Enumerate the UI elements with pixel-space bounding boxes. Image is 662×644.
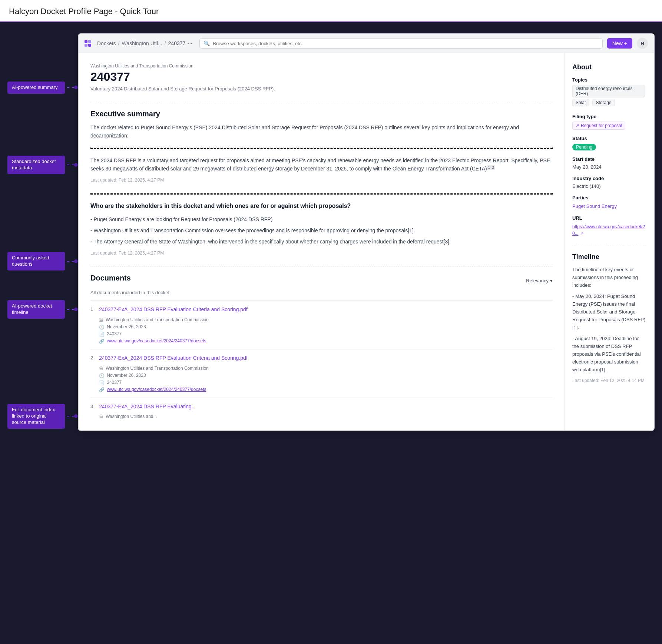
annotation-line bbox=[67, 309, 74, 310]
faq-answer-3: - The Attorney General of the State of W… bbox=[90, 238, 553, 246]
industry-code-value: Electric (140) bbox=[572, 183, 646, 189]
status-badge: Pending bbox=[572, 144, 596, 150]
annotation-dot bbox=[74, 86, 78, 89]
doc-org: 🏛 Washington Utilities and Transportatio… bbox=[99, 366, 553, 371]
url-label: URL bbox=[572, 215, 646, 221]
timeline-title: Timeline bbox=[572, 253, 646, 261]
doc-meta: 🏛 Washington Utilities and Transportatio… bbox=[99, 366, 553, 392]
doc-docket-ref: 📄 240377 bbox=[99, 380, 553, 385]
timeline-event-2: - August 19, 2024: Deadline for the subm… bbox=[572, 335, 646, 374]
user-avatar[interactable]: H bbox=[637, 38, 648, 49]
industry-code-label: Industry code bbox=[572, 176, 646, 181]
documents-subtitle: All documents included in this docket bbox=[90, 290, 553, 295]
filing-icon: ↗ bbox=[576, 123, 579, 128]
faq-answer-1: - Puget Sound Energy's are looking for R… bbox=[90, 215, 553, 224]
timeline-last-updated: Last updated: Feb 12, 2025 4:14 PM bbox=[572, 378, 646, 383]
docket-number: 240377 bbox=[90, 70, 553, 84]
footnote-1-2: 1 bbox=[487, 165, 491, 170]
parties-link[interactable]: Puget Sound Energy bbox=[572, 203, 617, 209]
doc-meta: 🏛 Washington Utilities and... bbox=[99, 414, 553, 419]
doc-title-link[interactable]: 240377-ExA_2024 DSS RFP Evaluation Crite… bbox=[99, 306, 553, 313]
doc-info: 240377-ExA_2024 DSS RFP Evaluation Crite… bbox=[99, 355, 553, 392]
faq-question: Who are the stakeholders in this docket … bbox=[90, 202, 553, 210]
executive-summary-body: The 2024 DSS RFP is a voluntary and targ… bbox=[90, 156, 553, 183]
docket-icon: 📄 bbox=[99, 380, 105, 385]
annotation-timeline: AI-powered docket timeline bbox=[7, 300, 65, 319]
executive-summary-title: Executive summary bbox=[90, 110, 553, 118]
doc-url-item: 🔗 www.utc.wa.gov/casedocket/2024/240377/… bbox=[99, 387, 553, 392]
external-link-icon: ↗ bbox=[580, 231, 583, 236]
doc-meta: 🏛 Washington Utilities and Transportatio… bbox=[99, 317, 553, 344]
page-title-bar: Halcyon Docket Profile Page - Quick Tour bbox=[0, 0, 662, 22]
topics-label: Topics bbox=[572, 77, 646, 83]
docket-header: Washington Utilities and Transportation … bbox=[90, 63, 553, 92]
parties-label: Parties bbox=[572, 195, 646, 200]
doc-info: 240377-ExA_2024 DSS RFP Evaluating... 🏛 … bbox=[99, 403, 553, 415]
timeline-event-1: - May 20, 2024: Puget Sound Energy (PSE)… bbox=[572, 293, 646, 331]
summary-last-updated: Last updated: Feb 12, 2025, 4:27 PM bbox=[90, 177, 553, 183]
url-section: URL https://www.utc.wa.gov/casedocket/20… bbox=[572, 215, 646, 236]
industry-code-section: Industry code Electric (140) bbox=[572, 176, 646, 189]
executive-summary-section: Executive summary The docket related to … bbox=[90, 110, 553, 140]
browser-chrome: Dockets / Washington Util... / 240377 ··… bbox=[79, 34, 654, 53]
doc-url-link[interactable]: www.utc.wa.gov/casedocket/2024/240377/do… bbox=[107, 387, 206, 392]
browser-window: Dockets / Washington Util... / 240377 ··… bbox=[78, 33, 655, 431]
new-button[interactable]: New + bbox=[607, 38, 632, 49]
calendar-icon: 🕐 bbox=[99, 373, 105, 378]
annotation-documents: Full document index linked to original s… bbox=[7, 404, 65, 429]
page-title: Halcyon Docket Profile Page - Quick Tour bbox=[9, 7, 653, 16]
filing-type-tag: ↗ Request for proposal bbox=[572, 122, 625, 130]
doc-date: 🕐 November 26, 2023 bbox=[99, 373, 553, 378]
doc-url-item: 🔗 www.utc.wa.gov/casedocket/2024/240377/… bbox=[99, 338, 553, 344]
documents-title: Documents bbox=[90, 274, 131, 282]
start-date-section: Start date May 20, 2024 bbox=[572, 156, 646, 170]
doc-index: 2 bbox=[90, 355, 93, 392]
org-icon: 🏛 bbox=[99, 318, 103, 323]
doc-org: 🏛 Washington Utilities and Transportatio… bbox=[99, 317, 553, 323]
executive-summary-intro: The docket related to Puget Sound Energy… bbox=[90, 123, 553, 140]
breadcrumb-docket-number[interactable]: 240377 bbox=[168, 40, 186, 46]
org-icon: 🏛 bbox=[99, 414, 103, 419]
start-date-label: Start date bbox=[572, 156, 646, 162]
doc-title-link[interactable]: 240377-ExA_2024 DSS RFP Evaluation Crite… bbox=[99, 355, 553, 362]
topic-tag-storage[interactable]: Storage bbox=[592, 99, 615, 106]
faq-answer-2: - Washington Utilities and Transportatio… bbox=[90, 226, 553, 235]
filing-type-section: Filing type ↗ Request for proposal bbox=[572, 114, 646, 130]
faq-section: Who are the stakeholders in this docket … bbox=[90, 202, 553, 256]
status-label: Status bbox=[572, 136, 646, 141]
app-logo bbox=[85, 40, 91, 47]
link-icon: 🔗 bbox=[99, 387, 105, 392]
annotation-dot bbox=[74, 259, 78, 263]
topic-tag-solar[interactable]: Solar bbox=[572, 99, 589, 106]
topic-tag-der[interactable]: Distributed energy resources (DER) bbox=[572, 85, 645, 97]
annotation-line bbox=[67, 87, 74, 88]
breadcrumb-more[interactable]: ··· bbox=[188, 40, 192, 47]
doc-title-link[interactable]: 240377-ExA_2024 DSS RFP Evaluating... bbox=[99, 403, 553, 411]
sidebar-annotations: AI-powered summary Standardized docket m… bbox=[7, 33, 78, 431]
docket-org: Washington Utilities and Transportation … bbox=[90, 63, 553, 69]
topics-section: Topics Distributed energy resources (DER… bbox=[572, 77, 646, 108]
doc-date: 🕐 November 26, 2023 bbox=[99, 324, 553, 330]
relevancy-sort-button[interactable]: Relevancy ▾ bbox=[526, 278, 553, 283]
filing-type-label: Filing type bbox=[572, 114, 646, 119]
doc-url-link[interactable]: www.utc.wa.gov/casedocket/2024/240377/do… bbox=[107, 338, 206, 343]
filing-type-value: Request for proposal bbox=[581, 123, 622, 128]
annotation-faq: Commonly asked questions bbox=[7, 252, 65, 270]
document-item: 1 240377-ExA_2024 DSS RFP Evaluation Cri… bbox=[90, 301, 553, 349]
breadcrumb-dockets[interactable]: Dockets bbox=[97, 40, 116, 46]
doc-info: 240377-ExA_2024 DSS RFP Evaluation Crite… bbox=[99, 306, 553, 344]
start-date-value: May 20, 2024 bbox=[572, 164, 646, 170]
status-section: Status Pending bbox=[572, 136, 646, 150]
annotation-line bbox=[67, 416, 74, 416]
org-icon: 🏛 bbox=[99, 366, 103, 371]
search-input[interactable] bbox=[213, 41, 599, 46]
global-search[interactable]: 🔍 bbox=[199, 38, 603, 49]
main-content: Washington Utilities and Transportation … bbox=[79, 53, 565, 430]
breadcrumb-utility[interactable]: Washington Util... bbox=[122, 40, 162, 46]
new-label: New bbox=[612, 40, 623, 46]
documents-section: Documents Relevancy ▾ All documents incl… bbox=[90, 274, 553, 419]
annotation-dot bbox=[74, 414, 78, 418]
search-icon: 🔍 bbox=[203, 40, 210, 46]
executive-summary-text: The 2024 DSS RFP is a voluntary and targ… bbox=[90, 156, 553, 173]
parties-section: Parties Puget Sound Energy bbox=[572, 195, 646, 209]
